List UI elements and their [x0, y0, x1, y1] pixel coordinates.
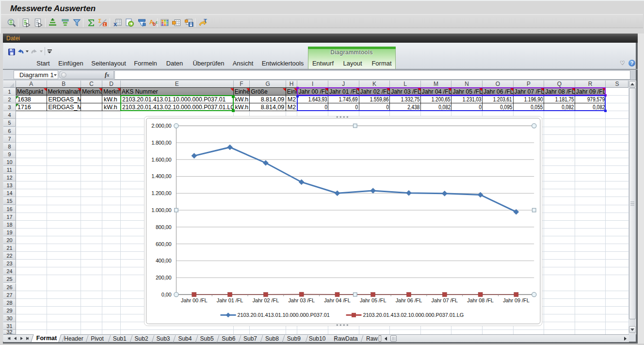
- svg-text:Σ: Σ: [104, 22, 106, 27]
- svg-text:Jahr 00 /FL: Jahr 00 /FL: [181, 297, 208, 303]
- svg-text:600,00: 600,00: [156, 241, 172, 247]
- svg-text:0,00: 0,00: [161, 292, 172, 297]
- svg-text:Jahr 08 /FL: Jahr 08 /FL: [467, 297, 494, 303]
- svg-text:Jahr 03 /FL: Jahr 03 /FL: [288, 297, 315, 303]
- svg-text:Jahr 09 /FL: Jahr 09 /FL: [503, 297, 530, 303]
- svg-text:1.400,00: 1.400,00: [151, 173, 171, 179]
- svg-text:800,00: 800,00: [156, 224, 172, 230]
- svg-text:Σ: Σ: [98, 18, 101, 24]
- svg-text:Jahr 05 /FL: Jahr 05 /FL: [360, 297, 386, 303]
- svg-text:1.800,00: 1.800,00: [151, 140, 171, 146]
- svg-text:400,00: 400,00: [156, 258, 172, 263]
- svg-text:2103.20.01.413.02.10.000.000.P: 2103.20.01.413.02.10.000.000.P037.01.LG: [363, 312, 464, 318]
- svg-text:Jahr 06 /FL: Jahr 06 /FL: [396, 297, 422, 303]
- svg-text:Jahr 02 /FL: Jahr 02 /FL: [253, 297, 279, 303]
- svg-text:2103.20.01.413.01.10.000.000.P: 2103.20.01.413.01.10.000.000.P037.01: [238, 312, 330, 318]
- svg-text:Jahr 04 /FL: Jahr 04 /FL: [324, 297, 351, 303]
- svg-text:2.000,00: 2.000,00: [151, 123, 171, 129]
- svg-text:x: x: [113, 20, 117, 27]
- svg-text:1.600,00: 1.600,00: [151, 157, 171, 163]
- svg-text:1.000,00: 1.000,00: [151, 207, 171, 213]
- svg-text:200,00: 200,00: [156, 275, 172, 280]
- svg-text:Jahr 07 /FL: Jahr 07 /FL: [432, 297, 458, 303]
- svg-text:T: T: [204, 18, 207, 24]
- svg-text:1.200,00: 1.200,00: [151, 190, 171, 196]
- svg-text:Jahr 01 /FL: Jahr 01 /FL: [217, 297, 243, 303]
